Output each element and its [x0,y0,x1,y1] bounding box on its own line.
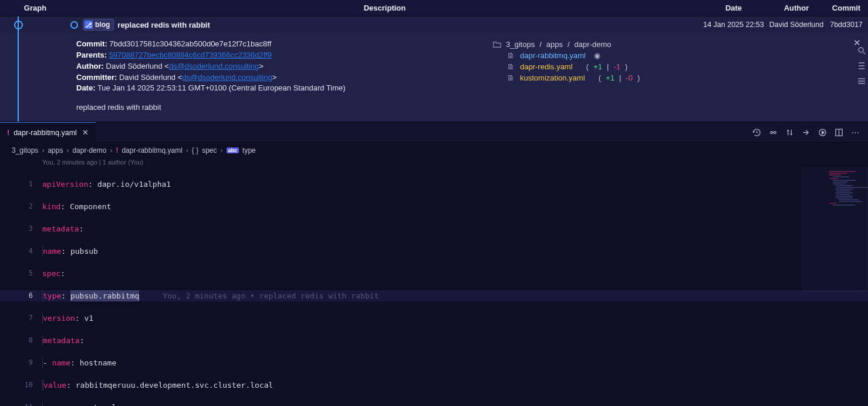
tree-file-3-name: kustomization.yaml [520,73,585,82]
lbl-author: Author: [76,62,104,71]
tree-file-3[interactable]: 🗎 kustomization.yaml ( +1 | -0 ) [489,72,864,83]
lbl-parents: Parents: [76,51,107,59]
lbl-commit: Commit: [76,39,107,48]
val-parent[interactable]: 597088727becbc80884c6cd739366cc2336d2ff9 [109,51,272,59]
minimap[interactable] [803,167,868,406]
compare-icon[interactable] [768,127,778,137]
col-description[interactable]: Description [70,4,699,12]
breadcrumb[interactable]: 3_gitops› apps› dapr-demo› ! dapr-rabbit… [0,143,868,158]
diff-icon[interactable] [785,127,794,137]
tree-file-2-name: dapr-redis.yaml [520,62,573,71]
split-icon[interactable] [834,127,843,137]
object-icon: { } [192,146,198,155]
col-commit[interactable]: Commit [825,4,868,12]
branch-tag[interactable]: ⎇ blog [83,19,114,31]
bc-f[interactable]: type [242,146,256,155]
detail-gutter [855,42,868,86]
branch-name: blog [95,21,110,29]
bc-d[interactable]: dapr-rabbitmq.yaml [121,146,182,155]
commit-author: David Söderlund [768,21,825,29]
graph-line [18,16,19,122]
f2-add: +1 [593,62,602,71]
val-committer-email[interactable]: ds@dsoderlund.consulting [182,73,272,82]
yaml-file-icon: ! [116,146,118,155]
commit-hash: 7bdd3017 [825,21,868,29]
commit-detail-panel: Commit: 7bdd3017581c304362ab500d0e7e12f7… [0,33,868,122]
field-icon: abc [227,147,239,153]
commit-message: replaced redis with rabbit [117,21,210,29]
tree-path-c: dapr-demo [575,40,612,49]
svg-point-0 [859,48,863,52]
bc-c[interactable]: dapr-demo [72,146,106,155]
tree-file-1-name: dapr-rabbitmq.yaml [520,51,586,60]
file-icon: 🗎 [506,62,515,71]
tab-close-icon[interactable]: ✕ [82,128,89,137]
f2-del: -1 [613,62,620,71]
file-icon: 🗎 [506,73,515,82]
col-graph[interactable]: Graph [0,4,70,12]
f3-del: -0 [626,73,633,82]
tree-path-b: apps [546,40,563,49]
file-icon: 🗎 [506,51,515,60]
tree-folder[interactable]: 3_gitops / apps / dapr-demo [489,39,864,50]
folder-icon [492,41,501,49]
bc-b[interactable]: apps [48,146,63,155]
tree-file-1[interactable]: 🗎 dapr-rabbitmq.yaml ◉ [489,50,864,61]
commit-body: replaced redis with rabbit [76,102,474,113]
search-icon[interactable] [857,46,866,55]
val-committer-name: David Söderlund < [119,73,182,82]
list-flat-icon[interactable] [857,76,866,86]
val-author-name: David Söderlund < [106,62,169,71]
svg-point-2 [774,131,776,133]
tree-path-a: 3_gitops [506,40,535,49]
tab-filename: dapr-rabbitmq.yaml [13,129,77,137]
col-date[interactable]: Date [699,4,768,12]
commit-row[interactable]: ⎇ blog replaced redis with rabbit 14 Jan… [0,16,868,33]
tree-file-2[interactable]: 🗎 dapr-redis.yaml ( +1 | -1 ) [489,61,864,72]
branch-source-icon: ⎇ [85,21,93,29]
f3-add: +1 [606,73,614,82]
col-author[interactable]: Author [768,4,825,12]
goto-icon[interactable] [801,127,810,137]
blame-summary[interactable]: You, 2 minutes ago | 1 author (You) [0,158,868,167]
more-icon[interactable]: ⋯ [850,127,860,137]
svg-point-1 [770,131,772,133]
commit-date: 14 Jan 2025 22:53 [699,21,768,29]
yaml-file-icon: ! [7,129,9,137]
inline-blame: You, 2 minutes ago • replaced redis with… [163,290,379,301]
bc-e[interactable]: spec [202,146,217,155]
val-date: Tue Jan 14 2025 22:53:11 GMT+0100 (Centr… [97,83,346,92]
list-tree-icon[interactable] [857,61,866,71]
eye-icon: ◉ [594,51,600,60]
val-author-email[interactable]: ds@dsoderlund.consulting [169,62,259,71]
bc-a[interactable]: 3_gitops [12,146,38,155]
val-commit: 7bdd3017581c304362ab500d0e7e12f7c1bac8ff [109,39,271,48]
history-icon[interactable] [752,127,761,137]
run-icon[interactable] [818,127,827,137]
code-editor[interactable]: 1apiVersion: dapr.io/v1alpha1 2kind: Com… [0,167,868,406]
lbl-committer: Committer: [76,73,117,82]
head-indicator-icon [70,21,78,29]
graph-header: Graph Description Date Author Commit [0,0,868,16]
editor-tab[interactable]: ! dapr-rabbitmq.yaml ✕ [0,122,96,143]
lbl-date: Date: [76,83,96,92]
